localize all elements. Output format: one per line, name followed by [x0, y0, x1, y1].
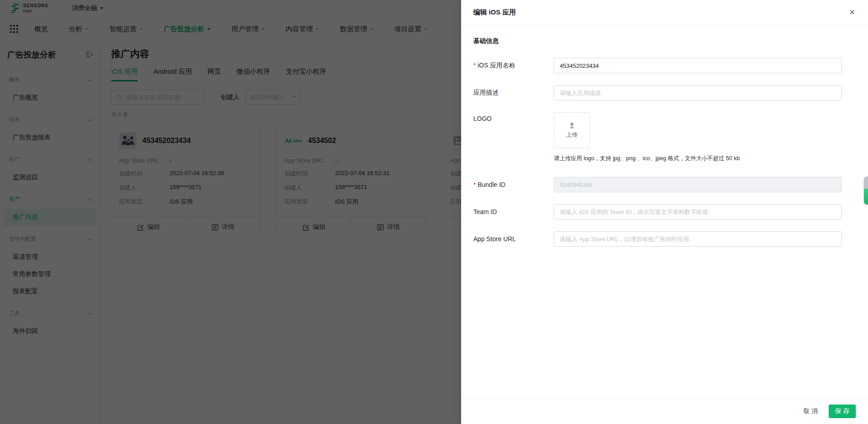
- cancel-button[interactable]: 取 消: [803, 407, 818, 415]
- team-id-label: Team ID: [473, 208, 554, 215]
- bundle-id-input: [554, 177, 842, 192]
- drawer-title: 编辑 iOS 应用: [473, 8, 516, 17]
- app-description-label: 应用描述: [473, 89, 554, 97]
- app-store-url-input[interactable]: [554, 231, 842, 247]
- edit-ios-app-drawer: 编辑 iOS 应用 ✕ 基础信息 *iOS 应用名称 应用描述 LOGO: [461, 0, 868, 424]
- ios-app-name-input[interactable]: [554, 58, 842, 73]
- logo-label: LOGO: [473, 112, 554, 122]
- app-root: SENSORS Data 消费金融 概览 分析 智能运营 广告投放分析 用户管理: [0, 0, 868, 424]
- save-button[interactable]: 保 存: [829, 405, 856, 418]
- required-mark: *: [473, 62, 476, 69]
- ios-app-name-label: *iOS 应用名称: [473, 62, 554, 70]
- bundle-id-label: *Bundle ID: [473, 181, 554, 188]
- upload-icon: [568, 122, 576, 129]
- required-mark: *: [473, 181, 476, 188]
- close-icon[interactable]: ✕: [847, 7, 857, 18]
- logo-upload-hint: 请上传应用 logo，支持 jpg、png.、ico、jpeg 格式，文件大小不…: [554, 155, 842, 162]
- upload-text: 上传: [566, 131, 578, 139]
- team-id-input[interactable]: [554, 204, 842, 219]
- app-store-url-label: App Store URL: [473, 235, 554, 243]
- logo-upload-button[interactable]: 上传: [554, 112, 590, 148]
- app-description-input[interactable]: [554, 85, 842, 100]
- edge-scroll-widget[interactable]: [864, 176, 868, 205]
- section-title-basic-info: 基础信息: [473, 37, 842, 45]
- drawer-body: 基础信息 *iOS 应用名称 应用描述 LOGO: [461, 25, 868, 398]
